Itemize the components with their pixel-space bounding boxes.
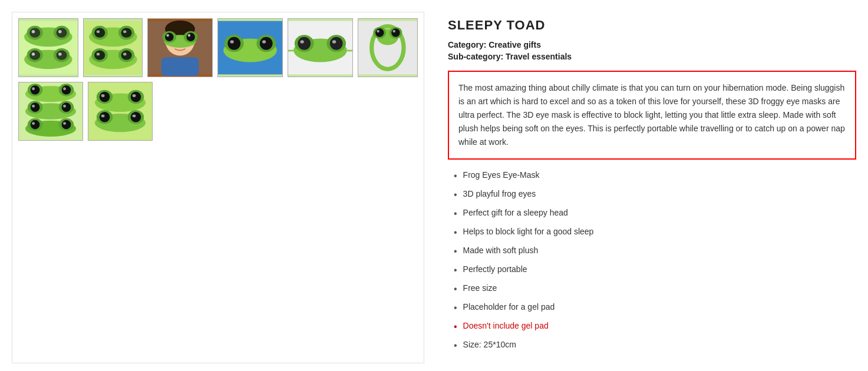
svg-point-12 <box>56 51 67 60</box>
description-text: The most amazing thing about chilly clim… <box>458 83 845 147</box>
description-box: The most amazing thing about chilly clim… <box>448 71 856 160</box>
bullet-item-5: Made with soft plush <box>448 244 856 259</box>
gallery-row-1 <box>18 18 418 77</box>
svg-point-96 <box>101 94 105 97</box>
subcategory-line: Sub-category: Travel essentials <box>448 52 856 61</box>
thumbnail-1[interactable] <box>18 18 78 77</box>
page-container: SLEEPY TOAD Category: Creative gifts Sub… <box>0 0 868 371</box>
thumbnail-3[interactable] <box>147 18 213 77</box>
product-title: SLEEPY TOAD <box>448 18 856 33</box>
svg-point-46 <box>260 37 273 50</box>
features-list: Frog Eyes Eye-Mask3D playful frog eyesPe… <box>448 169 856 353</box>
thumbnail-6[interactable] <box>358 18 418 77</box>
svg-point-28 <box>96 53 99 56</box>
svg-point-7 <box>58 30 61 33</box>
svg-point-48 <box>262 40 266 43</box>
svg-point-27 <box>121 51 131 60</box>
svg-point-67 <box>393 30 396 33</box>
bullet-item-8: Placeholder for a gel pad <box>448 301 856 315</box>
svg-point-6 <box>32 30 35 33</box>
category-label: Category: <box>448 40 486 49</box>
gallery-section <box>12 12 424 363</box>
svg-point-13 <box>32 52 35 55</box>
thumbnail-2[interactable] <box>83 18 143 77</box>
svg-point-80 <box>62 102 71 112</box>
thumbnail-5[interactable] <box>288 18 353 77</box>
svg-point-37 <box>165 33 174 42</box>
svg-point-66 <box>377 30 380 33</box>
svg-point-95 <box>131 92 141 102</box>
svg-point-102 <box>131 112 141 122</box>
bullet-item-10: Size: 25*10cm <box>448 339 856 353</box>
svg-point-45 <box>228 37 241 50</box>
svg-point-22 <box>123 31 126 34</box>
svg-point-89 <box>63 122 66 125</box>
category-value: Creative gifts <box>489 40 541 49</box>
svg-rect-59 <box>358 21 417 75</box>
bullet-item-6: Perfectly portable <box>448 263 856 277</box>
svg-point-73 <box>62 85 71 95</box>
svg-point-26 <box>94 51 105 60</box>
bullet-item-3: Perfect gift for a sleepy head <box>448 207 856 221</box>
svg-point-47 <box>230 40 234 43</box>
svg-point-64 <box>375 28 384 37</box>
svg-point-75 <box>63 87 66 90</box>
svg-point-19 <box>94 28 105 37</box>
bullet-item-7: Free size <box>448 282 856 296</box>
product-info: SLEEPY TOAD Category: Creative gifts Sub… <box>448 12 856 363</box>
bullet-item-4: Helps to block light for a good sleep <box>448 226 856 240</box>
svg-rect-33 <box>161 57 199 76</box>
svg-point-5 <box>56 28 67 37</box>
thumbnail-7[interactable] <box>18 82 83 141</box>
svg-point-56 <box>332 40 336 43</box>
bullet-item-9: Doesn't include gel pad <box>448 320 856 334</box>
svg-point-104 <box>133 114 136 117</box>
svg-point-101 <box>100 112 110 122</box>
svg-point-97 <box>133 94 136 97</box>
svg-point-14 <box>58 52 61 55</box>
subcategory-value: Travel essentials <box>506 52 572 61</box>
svg-point-53 <box>298 37 311 50</box>
svg-point-11 <box>29 51 40 60</box>
category-line: Category: Creative gifts <box>448 40 856 49</box>
svg-point-81 <box>32 105 35 108</box>
svg-point-72 <box>31 85 40 95</box>
svg-point-20 <box>121 28 131 37</box>
svg-point-74 <box>32 87 35 90</box>
svg-point-21 <box>96 31 99 34</box>
bullet-item-2: 3D playful frog eyes <box>448 188 856 202</box>
svg-point-87 <box>62 120 71 130</box>
svg-point-65 <box>392 28 401 37</box>
bullet-item-1: Frog Eyes Eye-Mask <box>448 169 856 183</box>
svg-point-55 <box>301 40 304 43</box>
svg-point-86 <box>31 120 40 130</box>
svg-point-54 <box>330 37 343 50</box>
svg-point-40 <box>188 34 191 37</box>
svg-point-94 <box>100 92 110 102</box>
svg-point-4 <box>29 28 40 37</box>
svg-point-79 <box>31 102 40 112</box>
svg-point-82 <box>63 105 66 108</box>
svg-rect-58 <box>347 50 352 52</box>
svg-point-39 <box>167 34 170 37</box>
svg-point-29 <box>123 53 126 56</box>
gallery-row-2 <box>18 82 418 141</box>
svg-point-38 <box>187 33 196 42</box>
thumbnail-8[interactable] <box>88 82 153 141</box>
subcategory-label: Sub-category: <box>448 52 503 61</box>
thumbnail-4[interactable] <box>217 18 283 77</box>
svg-point-88 <box>32 122 35 125</box>
svg-point-103 <box>101 114 105 117</box>
svg-rect-57 <box>288 50 293 52</box>
